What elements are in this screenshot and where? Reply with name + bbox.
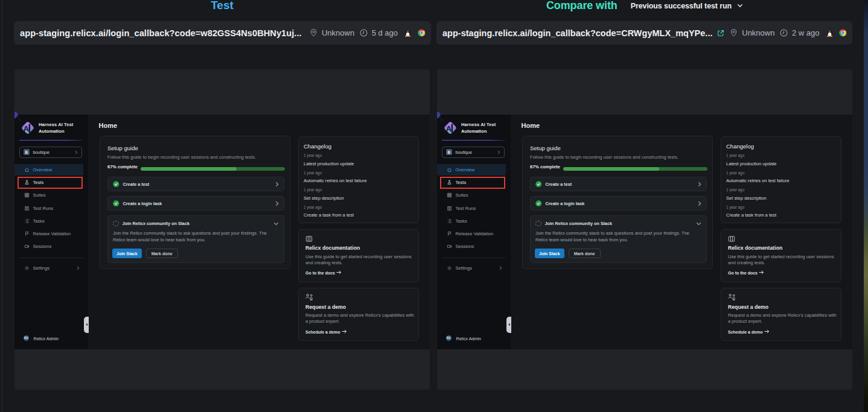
svg-text:A: A — [24, 124, 30, 133]
svg-text:A: A — [446, 124, 452, 133]
